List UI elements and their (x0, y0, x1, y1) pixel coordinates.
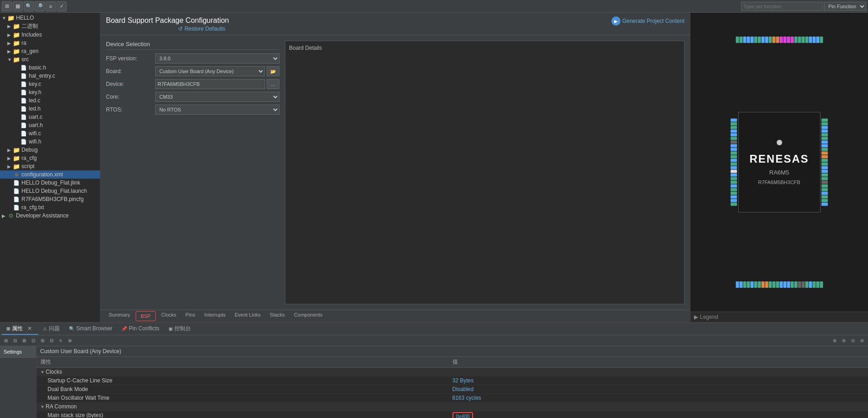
tab-clocks[interactable]: Clocks (157, 310, 181, 322)
bottom-tab-console[interactable]: ▣ 控制台 (164, 323, 195, 335)
smart-browser-icon: 🔍 (69, 326, 74, 331)
device-control: … (155, 79, 279, 89)
bottom-toolbar-btn-4[interactable]: ⊡ (29, 337, 37, 345)
bottom-tab-properties[interactable]: ⊞ 属性 ✕ (2, 323, 38, 335)
prop-section-racommon[interactable]: ▼ RA Common (37, 402, 868, 411)
bottom-toolbar-btn-8[interactable]: ⊕ (66, 337, 74, 345)
tree-item-launch[interactable]: 📄 HELLO Debug_Flat.launch (0, 187, 100, 195)
prop-section-clocks[interactable]: ▼ Clocks (37, 368, 868, 376)
pin-function-input[interactable] (741, 2, 823, 11)
rtos-select[interactable]: No RTOS (155, 105, 279, 115)
tree-item-devassist[interactable]: ▶ ⊙ Developer Assistance (0, 212, 100, 220)
tree-item-uarth[interactable]: 📄 uart.h (0, 121, 100, 129)
tree-label-pincfg: R7FA6M5BH3CFB.pincfg (21, 196, 84, 202)
console-icon: ▣ (168, 326, 173, 331)
top-toolbar: ⊞ ▦ 🔍 🔎 ≡ ✓ Pin Function (0, 0, 868, 13)
bottom-toolbar-btn-6[interactable]: ⊟ (47, 337, 56, 345)
tree-item-basic[interactable]: 📄 basic.h (0, 63, 100, 72)
tree-label-uarth: uart.h (29, 122, 43, 128)
bottom-toolbar-btn-right1[interactable]: ⊛ (831, 337, 839, 345)
tree-item-ledc[interactable]: 📄 led.c (0, 96, 100, 105)
pin-right-20 (821, 188, 828, 191)
pin-top-15 (787, 37, 790, 43)
bottom-tab-issues[interactable]: ⚠ 问题 (38, 323, 64, 335)
tree-item-keyh[interactable]: 📄 key.h (0, 88, 100, 96)
pin-right-24 (821, 203, 828, 206)
pin-function-dropdown[interactable]: Pin Function (824, 2, 866, 11)
toolbar-btn-6[interactable]: ✓ (57, 1, 67, 11)
pin-bot-10 (768, 281, 772, 288)
fsp-version-select[interactable]: 3.8.0 (155, 53, 279, 63)
pin-right-14 (821, 166, 828, 169)
tree-item-racfg[interactable]: ▶ 📁 ra_cfg (0, 154, 100, 162)
pin-bot-9 (765, 281, 768, 288)
tree-item-debug[interactable]: ▶ 📁 Debug (0, 146, 100, 154)
pin-bot-7 (758, 281, 761, 288)
tab-event-links[interactable]: Event Links (230, 310, 265, 322)
tree-item-pincfg[interactable]: 📄 R7FA6M5BH3CFB.pincfg (0, 195, 100, 203)
bottom-toolbar-btn-7[interactable]: ≡ (57, 337, 65, 345)
bottom-toolbar-btn-3[interactable]: ⊠ (20, 337, 28, 345)
bsp-title: Board Support Package Configuration ↺ Re… (106, 16, 229, 33)
core-select[interactable]: CM33 (155, 92, 279, 102)
tree-arrow: ▼ (2, 16, 7, 21)
bottom-tab-smart-browser[interactable]: 🔍 Smart Browser (64, 324, 117, 334)
tab-pins[interactable]: Pins (181, 310, 200, 322)
pin-left-15 (731, 170, 737, 173)
tree-item-racfgtxt[interactable]: 📄 ra_cfg.txt (0, 203, 100, 212)
toolbar-btn-1[interactable]: ⊞ (2, 1, 12, 11)
tree-item-configxml[interactable]: ⚙ configuration.xml (0, 170, 100, 179)
tab-bsp[interactable]: BSP (136, 311, 156, 321)
tree-item-jlink[interactable]: 📄 HELLO Debug_Flat.jlink (0, 179, 100, 187)
tree-item-src[interactable]: ▼ 📁 src (0, 55, 100, 63)
pin-top-17 (794, 37, 797, 43)
toolbar-btn-5[interactable]: ≡ (46, 1, 56, 11)
tree-item-wific[interactable]: 📄 wifi.c (0, 129, 100, 138)
tree-item-keyc[interactable]: 📄 key.c (0, 80, 100, 88)
pin-left-16 (731, 174, 737, 177)
board-browse-btn[interactable]: 📂 (267, 66, 279, 76)
racommon-arrow: ▼ (40, 404, 46, 409)
tree-arrow-ra: ▶ (7, 41, 13, 46)
restore-defaults-btn[interactable]: ↺ Restore Defaults (106, 25, 229, 33)
generate-btn[interactable]: ▶ Generate Project Content (611, 16, 684, 26)
bottom-content: Settings Custom User Board (Any Device) … (0, 346, 868, 418)
core-control: CM33 (155, 92, 279, 102)
tree-item-includes[interactable]: ▶ 📁 Includes (0, 31, 100, 39)
tab-stacks[interactable]: Stacks (265, 310, 289, 322)
bottom-toolbar-btn-5[interactable]: ⊞ (38, 337, 47, 345)
prop-value-mainstack[interactable]: 0x400 (452, 412, 865, 418)
tab-components[interactable]: Components (289, 310, 327, 322)
toolbar-btn-4[interactable]: 🔎 (35, 1, 45, 11)
bottom-toolbar-btn-right4[interactable]: ⊜ (858, 337, 866, 345)
pin-top-12 (776, 37, 779, 43)
bottom-tab-pin-conflicts[interactable]: 📌 Pin Conflicts (117, 324, 164, 334)
tree-item-script[interactable]: ▶ 📁 script (0, 162, 100, 170)
bottom-toolbar-btn-right3[interactable]: ⊝ (849, 337, 857, 345)
board-select[interactable]: Custom User Board (Any Device) (155, 66, 265, 76)
tree-item-halentry[interactable]: 📄 hal_entry.c (0, 72, 100, 80)
bottom-toolbar-btn-1[interactable]: ⊞ (2, 337, 10, 345)
properties-tab-close[interactable]: ✕ (26, 324, 34, 333)
tab-summary[interactable]: Summary (104, 310, 135, 322)
tree-label-ra: ra (21, 40, 26, 46)
tree-item-ra[interactable]: ▶ 📁 ra (0, 39, 100, 47)
tree-item-hello[interactable]: ▼ 📁 HELLO (0, 14, 100, 22)
tree-item-regen[interactable]: ▶ 📁 ra_gen (0, 47, 100, 55)
settings-tab-settings[interactable]: Settings (0, 346, 36, 358)
device-input[interactable] (155, 79, 265, 89)
toolbar-btn-2[interactable]: ▦ (13, 1, 23, 11)
prop-row-mainstack: Main stack size (bytes) 0x400 (37, 411, 868, 418)
tab-interrupts[interactable]: Interrupts (200, 310, 230, 322)
bottom-toolbar-btn-2[interactable]: ⊟ (11, 337, 19, 345)
bottom-toolbar-btn-right2[interactable]: ⊚ (840, 337, 848, 345)
tree-item-binary[interactable]: ▶ 📁 二进制 (0, 22, 100, 31)
tree-item-wifih[interactable]: 📄 wifi.h (0, 138, 100, 146)
tree-item-ledh[interactable]: 📄 led.h (0, 105, 100, 113)
device-browse-btn[interactable]: … (267, 79, 279, 89)
chip-corner-dot (777, 140, 782, 145)
racfg-folder-icon: 📁 (13, 154, 20, 162)
pin-bot-16 (790, 281, 794, 288)
tree-item-uartc[interactable]: 📄 uart.c (0, 113, 100, 121)
toolbar-btn-3[interactable]: 🔍 (24, 1, 34, 11)
